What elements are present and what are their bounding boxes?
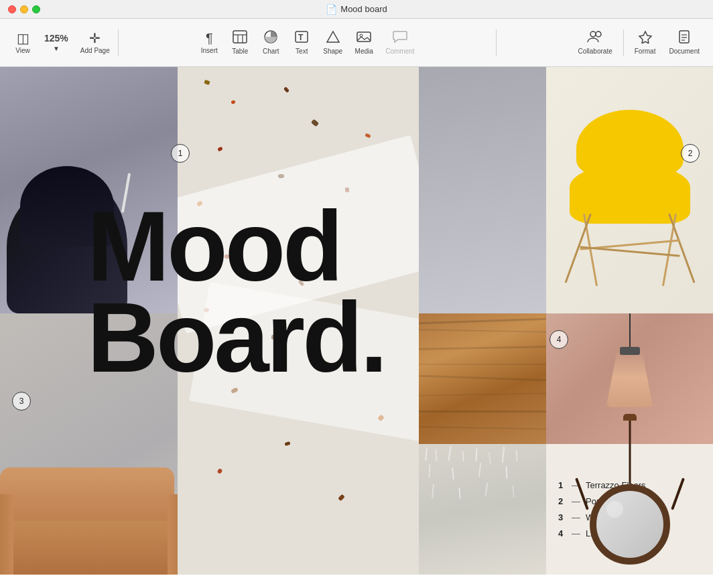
sidebar-icon: ◫ [17,31,29,45]
add-page-label: Add Page [80,47,110,54]
zoom-control[interactable]: 125% ▼ [39,31,74,55]
document-button[interactable]: Document [663,27,705,58]
add-page-icon: ✛ [89,31,101,45]
document-icon: 📄 [326,4,337,15]
collaborate-label: Collaborate [578,48,612,55]
insert-icon: ¶ [206,31,213,45]
shape-icon [326,30,340,46]
svg-marker-7 [327,31,339,42]
chart-button[interactable]: Chart [256,27,285,58]
view-button[interactable]: ◫ View [8,29,38,57]
cell-terrazzo [178,67,419,575]
document-icon [677,30,692,46]
shape-label: Shape [323,48,342,55]
chart-icon [263,30,278,46]
traffic-lights [8,5,40,13]
legend-item-2: 2 — Pop Color [558,496,701,506]
zoom-label: ▼ [53,45,60,52]
svg-point-11 [596,31,601,37]
cell-lamp-legend-mirror: 1 — Terrazzo Floors 2 — Pop Color 3 — Wa… [546,313,713,575]
media-label: Media [355,48,373,55]
comment-icon [393,30,407,46]
shape-button[interactable]: Shape [318,27,348,58]
legend-item-3: 3 — Warm Tones [558,512,701,522]
toolbar-divider-3 [623,29,624,56]
toolbar: ◫ View 125% ▼ ✛ Add Page ¶ Insert [0,19,713,67]
text-button[interactable]: T Text [287,27,316,58]
collaborate-button[interactable]: Collaborate [573,27,618,58]
toolbar-divider-2 [496,29,497,56]
cell-concrete [419,67,546,313]
table-button[interactable]: Table [225,27,255,58]
document-label: Document [669,48,700,55]
text-label: Text [296,48,308,55]
svg-point-10 [590,31,596,37]
insert-button[interactable]: ¶ Insert [194,29,224,57]
fullscreen-button[interactable] [32,5,40,13]
canvas-area: 1 — Terrazzo Floors 2 — Pop Color 3 — Wa… [0,67,713,588]
page-badge-4: 4 [549,330,568,349]
cell-sofa [0,313,178,575]
page-badge-3: 3 [12,392,31,411]
comment-label: Comment [385,48,414,55]
toolbar-center-group: ¶ Insert Table [194,27,419,58]
toolbar-right-group: Collaborate Format Document [573,27,705,58]
toolbar-left-group: ◫ View 125% ▼ ✛ Add Page [8,29,115,57]
cell-yellow-chair [546,67,713,313]
toolbar-divider-1 [118,29,119,56]
table-label: Table [232,48,248,55]
text-icon: T [294,30,309,46]
legend-item-1: 1 — Terrazzo Floors [558,480,701,490]
close-button[interactable] [8,5,16,13]
insert-label: Insert [201,47,218,54]
media-button[interactable]: Media [349,27,379,58]
add-page-button[interactable]: ✛ Add Page [75,29,115,57]
page: 1 — Terrazzo Floors 2 — Pop Color 3 — Wa… [0,67,713,588]
media-icon [356,30,371,46]
page-badge-2: 2 [681,144,700,163]
legend-area: 1 — Terrazzo Floors 2 — Pop Color 3 — Wa… [546,444,713,575]
svg-rect-12 [679,31,689,43]
legend-item-4: 4 — Lighting & Decor [558,528,701,538]
collaborate-icon [587,30,603,46]
view-label: View [15,47,30,54]
page-badge-1: 1 [171,144,190,163]
chart-label: Chart [263,48,279,55]
window-title: Mood board [340,4,387,14]
table-icon [233,30,247,46]
zoom-icon: 125% [44,33,68,43]
cell-dark-chair [0,67,178,313]
svg-rect-0 [233,31,247,43]
window-title-area: 📄 Mood board [326,4,387,15]
format-label: Format [635,48,656,55]
title-bar: 📄 Mood board [0,0,713,19]
mood-board-grid: 1 — Terrazzo Floors 2 — Pop Color 3 — Wa… [0,67,713,588]
svg-text:T: T [298,33,304,42]
format-icon [638,30,653,46]
cell-wood-fur [419,313,546,575]
format-button[interactable]: Format [629,27,661,58]
comment-button[interactable]: Comment [380,27,419,58]
minimize-button[interactable] [20,5,28,13]
svg-rect-8 [357,32,371,42]
